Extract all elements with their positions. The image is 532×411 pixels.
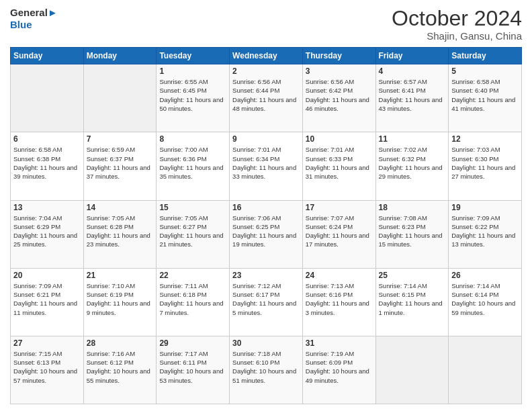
- logo: General► Blue: [10, 7, 58, 31]
- day-info: Sunrise: 7:16 AM Sunset: 6:12 PM Dayligh…: [87, 349, 154, 385]
- table-row: [11, 64, 84, 132]
- table-row: 11Sunrise: 7:02 AM Sunset: 6:32 PM Dayli…: [375, 132, 449, 200]
- calendar-week-row: 6Sunrise: 6:58 AM Sunset: 6:38 PM Daylig…: [11, 132, 522, 200]
- day-number: 29: [159, 338, 226, 348]
- table-row: 24Sunrise: 7:13 AM Sunset: 6:16 PM Dayli…: [302, 268, 375, 336]
- day-number: 21: [87, 271, 154, 280]
- day-number: 24: [306, 271, 373, 280]
- day-number: 25: [379, 271, 446, 280]
- day-info: Sunrise: 7:13 AM Sunset: 6:16 PM Dayligh…: [306, 281, 373, 317]
- day-info: Sunrise: 7:05 AM Sunset: 6:28 PM Dayligh…: [87, 214, 154, 249]
- day-number: 2: [232, 66, 300, 76]
- day-number: 18: [379, 203, 446, 212]
- table-row: 26Sunrise: 7:14 AM Sunset: 6:14 PM Dayli…: [449, 268, 522, 336]
- table-row: 13Sunrise: 7:04 AM Sunset: 6:29 PM Dayli…: [11, 200, 84, 268]
- day-info: Sunrise: 7:06 AM Sunset: 6:25 PM Dayligh…: [232, 214, 300, 249]
- day-info: Sunrise: 7:05 AM Sunset: 6:27 PM Dayligh…: [159, 214, 226, 249]
- day-info: Sunrise: 7:18 AM Sunset: 6:10 PM Dayligh…: [232, 349, 300, 385]
- col-thursday: Thursday: [302, 48, 375, 64]
- day-info: Sunrise: 6:57 AM Sunset: 6:41 PM Dayligh…: [379, 77, 446, 113]
- table-row: 22Sunrise: 7:11 AM Sunset: 6:18 PM Dayli…: [157, 268, 230, 336]
- table-row: 7Sunrise: 6:59 AM Sunset: 6:37 PM Daylig…: [83, 132, 157, 200]
- day-info: Sunrise: 7:00 AM Sunset: 6:36 PM Dayligh…: [159, 145, 226, 181]
- calendar: Sunday Monday Tuesday Wednesday Thursday…: [10, 47, 522, 404]
- day-number: 1: [159, 66, 226, 76]
- table-row: [449, 336, 522, 404]
- col-monday: Monday: [83, 48, 157, 64]
- table-row: [375, 336, 449, 404]
- day-number: 11: [379, 134, 446, 144]
- day-number: 3: [306, 66, 373, 76]
- table-row: 4Sunrise: 6:57 AM Sunset: 6:41 PM Daylig…: [375, 64, 449, 132]
- col-friday: Friday: [375, 48, 449, 64]
- day-info: Sunrise: 6:56 AM Sunset: 6:42 PM Dayligh…: [306, 77, 373, 113]
- day-info: Sunrise: 7:07 AM Sunset: 6:24 PM Dayligh…: [306, 214, 373, 249]
- day-number: 4: [379, 66, 446, 76]
- day-info: Sunrise: 7:15 AM Sunset: 6:13 PM Dayligh…: [13, 349, 81, 385]
- day-number: 14: [87, 203, 154, 212]
- day-number: 10: [306, 134, 373, 144]
- day-number: 9: [232, 134, 300, 144]
- table-row: 23Sunrise: 7:12 AM Sunset: 6:17 PM Dayli…: [230, 268, 303, 336]
- day-info: Sunrise: 7:12 AM Sunset: 6:17 PM Dayligh…: [232, 281, 300, 317]
- table-row: 16Sunrise: 7:06 AM Sunset: 6:25 PM Dayli…: [230, 200, 303, 268]
- day-info: Sunrise: 7:02 AM Sunset: 6:32 PM Dayligh…: [379, 145, 446, 181]
- day-info: Sunrise: 7:03 AM Sunset: 6:30 PM Dayligh…: [451, 145, 519, 181]
- col-tuesday: Tuesday: [157, 48, 230, 64]
- col-wednesday: Wednesday: [230, 48, 303, 64]
- calendar-header-row: Sunday Monday Tuesday Wednesday Thursday…: [11, 48, 522, 64]
- title-area: October 2024 Shajin, Gansu, China: [392, 7, 522, 42]
- table-row: 3Sunrise: 6:56 AM Sunset: 6:42 PM Daylig…: [302, 64, 375, 132]
- day-number: 15: [159, 203, 226, 212]
- day-info: Sunrise: 7:09 AM Sunset: 6:21 PM Dayligh…: [13, 281, 81, 317]
- day-number: 7: [87, 134, 154, 144]
- day-number: 5: [451, 66, 519, 76]
- day-number: 27: [13, 338, 81, 348]
- logo-text: General► Blue: [10, 7, 58, 31]
- day-number: 19: [451, 203, 519, 212]
- day-info: Sunrise: 7:14 AM Sunset: 6:14 PM Dayligh…: [451, 281, 519, 317]
- header: General► Blue October 2024 Shajin, Gansu…: [10, 7, 522, 42]
- day-number: 22: [159, 271, 226, 280]
- table-row: 5Sunrise: 6:58 AM Sunset: 6:40 PM Daylig…: [449, 64, 522, 132]
- calendar-week-row: 20Sunrise: 7:09 AM Sunset: 6:21 PM Dayli…: [11, 268, 522, 336]
- table-row: 9Sunrise: 7:01 AM Sunset: 6:34 PM Daylig…: [230, 132, 303, 200]
- day-info: Sunrise: 7:10 AM Sunset: 6:19 PM Dayligh…: [87, 281, 154, 317]
- table-row: 14Sunrise: 7:05 AM Sunset: 6:28 PM Dayli…: [83, 200, 157, 268]
- table-row: 29Sunrise: 7:17 AM Sunset: 6:11 PM Dayli…: [157, 336, 230, 404]
- day-info: Sunrise: 7:17 AM Sunset: 6:11 PM Dayligh…: [159, 349, 226, 385]
- day-info: Sunrise: 6:55 AM Sunset: 6:45 PM Dayligh…: [159, 77, 226, 113]
- calendar-week-row: 27Sunrise: 7:15 AM Sunset: 6:13 PM Dayli…: [11, 336, 522, 404]
- day-number: 30: [232, 338, 300, 348]
- table-row: 2Sunrise: 6:56 AM Sunset: 6:44 PM Daylig…: [230, 64, 303, 132]
- day-number: 16: [232, 203, 300, 212]
- day-number: 12: [451, 134, 519, 144]
- table-row: 28Sunrise: 7:16 AM Sunset: 6:12 PM Dayli…: [83, 336, 157, 404]
- day-number: 23: [232, 271, 300, 280]
- table-row: 18Sunrise: 7:08 AM Sunset: 6:23 PM Dayli…: [375, 200, 449, 268]
- day-info: Sunrise: 6:56 AM Sunset: 6:44 PM Dayligh…: [232, 77, 300, 113]
- day-info: Sunrise: 7:01 AM Sunset: 6:33 PM Dayligh…: [306, 145, 373, 181]
- subtitle: Shajin, Gansu, China: [392, 30, 522, 42]
- table-row: 10Sunrise: 7:01 AM Sunset: 6:33 PM Dayli…: [302, 132, 375, 200]
- table-row: 19Sunrise: 7:09 AM Sunset: 6:22 PM Dayli…: [449, 200, 522, 268]
- day-info: Sunrise: 7:19 AM Sunset: 6:09 PM Dayligh…: [306, 349, 373, 385]
- day-number: 8: [159, 134, 226, 144]
- day-number: 28: [87, 338, 154, 348]
- page: General► Blue October 2024 Shajin, Gansu…: [0, 0, 532, 411]
- day-number: 31: [306, 338, 373, 348]
- table-row: 17Sunrise: 7:07 AM Sunset: 6:24 PM Dayli…: [302, 200, 375, 268]
- table-row: 21Sunrise: 7:10 AM Sunset: 6:19 PM Dayli…: [83, 268, 157, 336]
- day-number: 13: [13, 203, 81, 212]
- table-row: 27Sunrise: 7:15 AM Sunset: 6:13 PM Dayli…: [11, 336, 84, 404]
- day-number: 26: [451, 271, 519, 280]
- table-row: [83, 64, 157, 132]
- day-number: 17: [306, 203, 373, 212]
- table-row: 15Sunrise: 7:05 AM Sunset: 6:27 PM Dayli…: [157, 200, 230, 268]
- day-info: Sunrise: 7:14 AM Sunset: 6:15 PM Dayligh…: [379, 281, 446, 317]
- month-title: October 2024: [392, 7, 522, 30]
- calendar-week-row: 1Sunrise: 6:55 AM Sunset: 6:45 PM Daylig…: [11, 64, 522, 132]
- day-number: 6: [13, 134, 81, 144]
- table-row: 8Sunrise: 7:00 AM Sunset: 6:36 PM Daylig…: [157, 132, 230, 200]
- day-number: 20: [13, 271, 81, 280]
